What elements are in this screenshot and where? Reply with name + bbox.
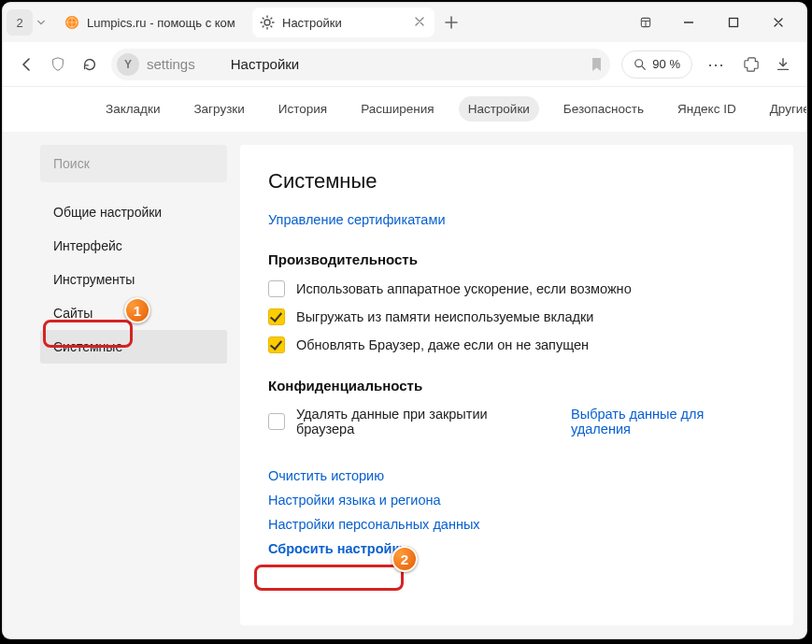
sidebar-item-label: Общие настройки [53, 205, 162, 220]
option-label: Удалять данные при закрытии браузера [296, 407, 547, 436]
extensions-icon[interactable] [741, 54, 762, 75]
option-update-browser[interactable]: Обновлять Браузер, даже если он не запущ… [268, 336, 765, 353]
svg-line-9 [263, 18, 264, 20]
tab-lumpics[interactable]: Lumpics.ru - помощь с ком [57, 7, 249, 37]
settings-content: Системные Управление сертификатами Произ… [240, 145, 793, 625]
tab-close-icon[interactable] [414, 16, 427, 29]
main-area: Поиск Общие настройки Интерфейс Инструме… [3, 132, 806, 638]
tab-counter[interactable]: 2 [7, 9, 33, 36]
option-label: Использовать аппаратное ускорение, если … [296, 281, 632, 296]
option-label: Выгружать из памяти неиспользуемые вклад… [296, 309, 593, 324]
link-personal-data[interactable]: Настройки персональных данных [268, 517, 765, 532]
new-tab-button[interactable] [438, 9, 464, 36]
sidebar-item-general[interactable]: Общие настройки [40, 195, 227, 229]
option-clear-on-exit[interactable]: Удалять данные при закрытии браузера Выб… [268, 407, 765, 436]
svg-line-17 [642, 65, 645, 68]
site-identity-icon[interactable]: Y [117, 53, 139, 76]
address-bar: Y settings Настройки 90 % ⋯ [3, 42, 806, 87]
subnav-downloads[interactable]: Загрузки [184, 96, 253, 122]
page-heading: Системные [268, 169, 765, 193]
section-privacy-title: Конфиденциальность [268, 378, 765, 394]
tab-strip: 2 Lumpics.ru - помощь с ком Настройки [3, 3, 806, 42]
magnifier-icon [634, 58, 647, 71]
svg-point-4 [264, 20, 270, 25]
sidebar-item-interface[interactable]: Интерфейс [40, 229, 227, 263]
option-hardware-accel[interactable]: Использовать аппаратное ускорение, если … [268, 280, 765, 297]
shield-icon[interactable] [48, 54, 68, 75]
svg-rect-15 [730, 19, 738, 27]
checkbox-icon[interactable] [268, 413, 285, 430]
orange-circle-icon [64, 15, 79, 30]
subnav-bookmarks[interactable]: Закладки [96, 96, 169, 122]
bookmark-icon[interactable] [591, 57, 603, 72]
checkbox-icon[interactable] [268, 308, 285, 325]
section-performance-title: Производительность [268, 251, 765, 267]
settings-search-input[interactable]: Поиск [40, 145, 227, 182]
subnav-security[interactable]: Безопасность [554, 96, 653, 122]
link-choose-data-to-delete[interactable]: Выбрать данные для удаления [571, 407, 765, 436]
sidebar-item-label: Интерфейс [53, 238, 122, 253]
sidebar-item-tools[interactable]: Инструменты [40, 263, 227, 296]
search-placeholder: Поиск [53, 156, 90, 171]
gear-icon [260, 15, 275, 30]
checkbox-icon[interactable] [268, 280, 285, 297]
svg-line-12 [271, 18, 273, 20]
link-reset-settings[interactable]: Сбросить настройки [268, 541, 765, 556]
zoom-value: 90 % [652, 57, 680, 71]
sidebar-item-label: Системные [53, 339, 122, 354]
settings-subnav: Закладки Загрузки История Расширения Нас… [3, 87, 806, 132]
omnibox[interactable]: Y settings Настройки [111, 49, 610, 80]
tab-dropdown-chevron[interactable] [36, 18, 53, 27]
reload-button[interactable] [79, 54, 100, 75]
link-clear-history[interactable]: Очистить историю [268, 468, 765, 483]
maximize-button[interactable] [713, 3, 754, 42]
svg-line-10 [271, 26, 273, 28]
subnav-extensions[interactable]: Расширения [351, 96, 444, 122]
omnibox-page-title: Настройки [231, 56, 300, 72]
sidebar-item-system[interactable]: Системные [40, 330, 227, 364]
downloads-icon[interactable] [773, 54, 793, 75]
sidebar-item-label: Инструменты [53, 272, 135, 287]
checkbox-icon[interactable] [268, 336, 285, 353]
subnav-history[interactable]: История [269, 96, 336, 122]
subnav-settings[interactable]: Настройки [459, 96, 539, 122]
link-manage-certificates[interactable]: Управление сертификатами [268, 212, 765, 227]
settings-sidebar: Поиск Общие настройки Интерфейс Инструме… [40, 145, 227, 625]
option-unload-tabs[interactable]: Выгружать из памяти неиспользуемые вклад… [268, 308, 765, 325]
back-button[interactable] [16, 54, 36, 75]
svg-point-16 [635, 59, 643, 66]
close-window-button[interactable] [758, 3, 799, 42]
subnav-yandex-id[interactable]: Яндекс ID [668, 96, 746, 122]
collections-icon[interactable] [627, 3, 664, 42]
tab-counter-value: 2 [16, 16, 22, 30]
subnav-other-devices[interactable]: Другие устройства [761, 96, 806, 122]
tab-title: Lumpics.ru - помощь с ком [87, 16, 241, 30]
sidebar-item-label: Сайты [53, 306, 93, 321]
tab-title: Настройки [282, 16, 406, 30]
link-language-region[interactable]: Настройки языка и региона [268, 493, 765, 508]
zoom-indicator[interactable]: 90 % [621, 50, 692, 79]
svg-line-11 [263, 26, 264, 28]
option-label: Обновлять Браузер, даже если он не запущ… [296, 337, 589, 352]
more-menu-button[interactable]: ⋯ [704, 54, 730, 75]
sidebar-item-sites[interactable]: Сайты [40, 296, 227, 330]
url-text: settings [147, 56, 195, 72]
minimize-button[interactable] [668, 3, 709, 42]
site-letter: Y [124, 58, 132, 71]
tab-settings[interactable]: Настройки [252, 7, 434, 37]
